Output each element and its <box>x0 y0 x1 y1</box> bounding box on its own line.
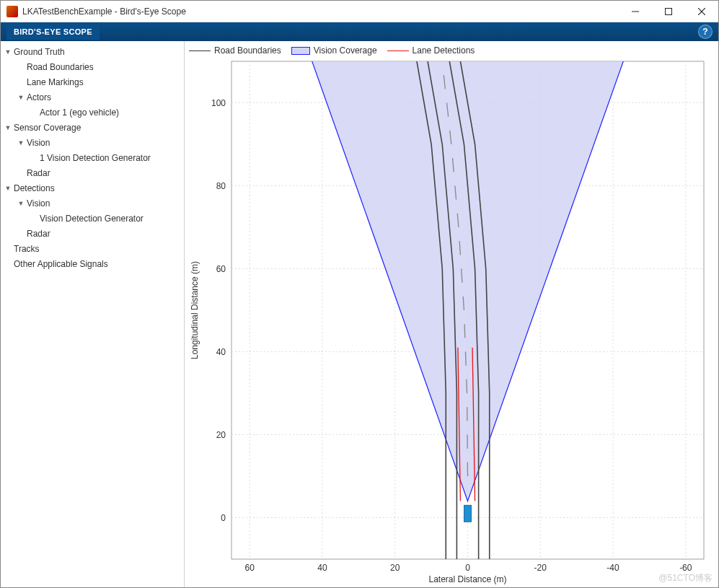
tree-node-label: Other Applicable Signals <box>12 259 108 269</box>
tree-node-label: Vision <box>25 138 50 148</box>
chevron-down-icon[interactable]: ▼ <box>17 139 25 146</box>
tree-node-label: Actor 1 (ego vehicle) <box>38 107 119 118</box>
svg-text:Lateral Distance (m): Lateral Distance (m) <box>428 574 506 584</box>
tree-node-label: Road Boundaries <box>25 62 94 72</box>
tree-node[interactable]: Tracks <box>1 241 184 256</box>
svg-text:40: 40 <box>317 563 327 573</box>
plot-area[interactable]: Road Boundaries Vision Coverage Lane Det… <box>185 41 718 587</box>
svg-text:-20: -20 <box>534 563 547 573</box>
tree-node[interactable]: ▼Ground Truth <box>1 44 184 59</box>
title-bar: LKATestBenchExample - Bird's-Eye Scope <box>1 1 718 22</box>
svg-rect-48 <box>464 505 471 522</box>
svg-text:80: 80 <box>216 181 226 191</box>
svg-text:100: 100 <box>211 98 226 108</box>
svg-text:0: 0 <box>221 513 226 523</box>
tree-node-label: Vision <box>25 198 50 209</box>
svg-text:-60: -60 <box>679 563 692 573</box>
tree-node-label: 1 Vision Detection Generator <box>38 153 151 163</box>
svg-text:40: 40 <box>216 347 226 357</box>
tree-node[interactable]: Road Boundaries <box>1 59 184 74</box>
minimize-button[interactable] <box>619 1 652 22</box>
tree-node-label: Tracks <box>12 244 40 254</box>
signal-tree-panel: ▼Ground TruthRoad BoundariesLane Marking… <box>1 41 185 587</box>
tree-node[interactable]: ▼Detections <box>1 180 184 196</box>
tree-node-label: Lane Markings <box>25 77 84 87</box>
svg-line-38 <box>464 324 465 338</box>
tree-node-label: Radar <box>25 229 50 239</box>
tree-node[interactable]: Lane Markings <box>1 74 184 89</box>
tree-node-label: Vision Detection Generator <box>38 214 144 224</box>
toolstrip: BIRD'S-EYE SCOPE ? <box>1 22 718 41</box>
tree-node[interactable]: Vision Detection Generator <box>1 211 184 226</box>
birds-eye-chart[interactable]: 6040200-20-40-60020406080100Lateral Dist… <box>185 41 718 588</box>
svg-line-36 <box>467 379 467 393</box>
svg-text:20: 20 <box>216 430 226 440</box>
svg-text:60: 60 <box>245 563 255 573</box>
tree-node[interactable]: ▼Vision <box>1 196 184 211</box>
tree-node-label: Detections <box>12 183 55 193</box>
svg-line-37 <box>465 352 466 366</box>
tree-node[interactable]: Radar <box>1 165 184 180</box>
chevron-down-icon[interactable]: ▼ <box>17 200 25 207</box>
tree-node[interactable]: Radar <box>1 226 184 241</box>
tree-node-label: Sensor Coverage <box>12 123 81 133</box>
svg-rect-1 <box>666 8 672 14</box>
tree-node[interactable]: Actor 1 (ego vehicle) <box>1 105 184 120</box>
maximize-button[interactable] <box>652 1 685 22</box>
chevron-down-icon[interactable]: ▼ <box>4 185 12 192</box>
chevron-down-icon[interactable]: ▼ <box>4 124 12 131</box>
help-button[interactable]: ? <box>698 25 713 39</box>
tree-node[interactable]: ▼Sensor Coverage <box>1 120 184 135</box>
chevron-down-icon[interactable]: ▼ <box>4 48 12 56</box>
tree-node-label: Actors <box>25 92 51 102</box>
tree-node-label: Radar <box>25 168 50 178</box>
svg-text:60: 60 <box>216 264 226 274</box>
chevron-down-icon[interactable]: ▼ <box>17 94 25 101</box>
tree-node[interactable]: ▼Vision <box>1 135 184 150</box>
svg-text:Longitudinal Distance (m): Longitudinal Distance (m) <box>190 261 200 359</box>
app-icon <box>6 6 18 17</box>
svg-text:20: 20 <box>390 563 400 573</box>
signal-tree[interactable]: ▼Ground TruthRoad BoundariesLane Marking… <box>1 44 184 271</box>
tree-node-label: Ground Truth <box>12 47 65 57</box>
tree-node[interactable]: Other Applicable Signals <box>1 256 184 271</box>
tree-node[interactable]: ▼Actors <box>1 89 184 105</box>
tab-birds-eye-scope[interactable]: BIRD'S-EYE SCOPE <box>6 24 100 40</box>
svg-text:-40: -40 <box>606 563 619 573</box>
tree-node[interactable]: 1 Vision Detection Generator <box>1 150 184 165</box>
close-button[interactable] <box>685 1 718 22</box>
svg-text:0: 0 <box>465 563 470 573</box>
window-title: LKATestBenchExample - Bird's-Eye Scope <box>22 6 619 17</box>
